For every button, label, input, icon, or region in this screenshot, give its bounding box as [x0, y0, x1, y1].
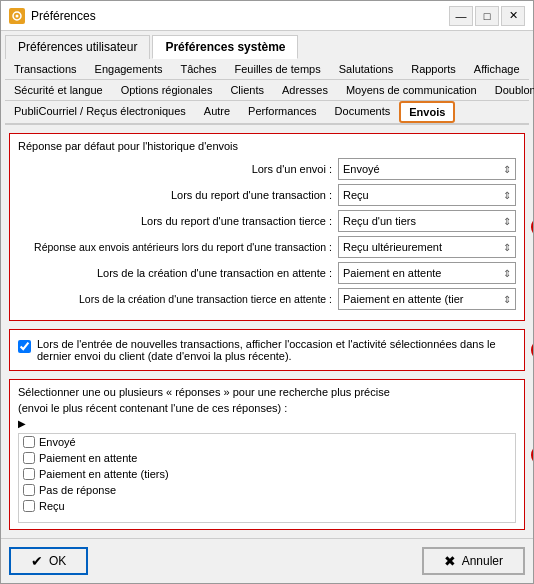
nav-tab-engagements[interactable]: Engagements	[86, 59, 172, 79]
nav-tab-documents[interactable]: Documents	[326, 101, 400, 123]
form-select-3[interactable]: Reçu ultérieurement ⇕	[338, 236, 516, 258]
section-b-wrapper: Lors de l'entrée de nouvelles transactio…	[9, 329, 525, 371]
form-label-2: Lors du report d'une transaction tierce …	[18, 215, 338, 227]
marker-c: C	[531, 444, 533, 466]
main-window: Préférences — □ ✕ Préférences utilisateu…	[0, 0, 534, 584]
list-item-label-1: Paiement en attente	[39, 452, 137, 464]
nav-tab-envois[interactable]: Envois	[399, 101, 455, 123]
nav-tab-rapports[interactable]: Rapports	[402, 59, 465, 79]
list-item-1[interactable]: Paiement en attente	[19, 450, 515, 466]
nav-tab-clients[interactable]: Clients	[221, 80, 273, 100]
form-row-4: Lors de la création d'une transaction en…	[18, 262, 516, 284]
title-controls: — □ ✕	[449, 6, 525, 26]
footer: ✔ OK ✖ Annuler	[1, 538, 533, 583]
section-b-checkbox[interactable]	[18, 340, 31, 353]
nav-tab-taches[interactable]: Tâches	[171, 59, 225, 79]
dropdown-arrow-0: ⇕	[503, 164, 511, 175]
cancel-button[interactable]: ✖ Annuler	[422, 547, 525, 575]
maximize-button[interactable]: □	[475, 6, 499, 26]
svg-point-1	[16, 14, 19, 17]
form-select-2[interactable]: Reçu d'un tiers ⇕	[338, 210, 516, 232]
nav-tab-feuilles[interactable]: Feuilles de temps	[226, 59, 330, 79]
form-label-3: Réponse aux envois antérieurs lors du re…	[18, 241, 338, 253]
nav-row-3: PubliCourriel / Reçus électroniques Autr…	[5, 101, 529, 125]
list-item-label-2: Paiement en attente (tiers)	[39, 468, 169, 480]
section-c-title-2: (envoi le plus récent contenant l'une de…	[18, 402, 516, 414]
section-a-wrapper: Réponse par défaut pour l'historique d'e…	[9, 133, 525, 321]
dropdown-arrow-3: ⇕	[503, 242, 511, 253]
nav-tab-affichage[interactable]: Affichage	[465, 59, 529, 79]
checkbox-3[interactable]	[23, 484, 35, 496]
nav-tab-adresses[interactable]: Adresses	[273, 80, 337, 100]
nav-tab-moyens[interactable]: Moyens de communication	[337, 80, 486, 100]
form-select-4[interactable]: Paiement en attente ⇕	[338, 262, 516, 284]
checkbox-1[interactable]	[23, 452, 35, 464]
nav-row-1: Transactions Engagements Tâches Feuilles…	[5, 59, 529, 80]
list-item-3[interactable]: Pas de réponse	[19, 482, 515, 498]
form-row-5: Lors de la création d'une transaction ti…	[18, 288, 516, 310]
nav-tabs-container: Transactions Engagements Tâches Feuilles…	[1, 59, 533, 125]
checkbox-0[interactable]	[23, 436, 35, 448]
section-c-box: Sélectionner une ou plusieurs « réponses…	[9, 379, 525, 530]
section-c-title-1: Sélectionner une ou plusieurs « réponses…	[18, 386, 516, 398]
nav-row-2: Sécurité et langue Options régionales Cl…	[5, 80, 529, 101]
ok-icon: ✔	[31, 553, 43, 569]
section-a-title: Réponse par défaut pour l'historique d'e…	[18, 140, 516, 152]
dropdown-arrow-5: ⇕	[503, 294, 511, 305]
section-b-box: Lors de l'entrée de nouvelles transactio…	[9, 329, 525, 371]
form-row-3: Réponse aux envois antérieurs lors du re…	[18, 236, 516, 258]
nav-tab-performances[interactable]: Performances	[239, 101, 325, 123]
dropdown-arrow-2: ⇕	[503, 216, 511, 227]
list-item-label-3: Pas de réponse	[39, 484, 116, 496]
tab-user-prefs[interactable]: Préférences utilisateur	[5, 35, 150, 59]
marker-a: A	[531, 216, 533, 238]
expand-arrow-icon[interactable]: ▶	[18, 418, 516, 429]
list-item-0[interactable]: Envoyé	[19, 434, 515, 450]
form-row-2: Lors du report d'une transaction tierce …	[18, 210, 516, 232]
nav-tab-options[interactable]: Options régionales	[112, 80, 222, 100]
minimize-button[interactable]: —	[449, 6, 473, 26]
dropdown-arrow-1: ⇕	[503, 190, 511, 201]
form-select-0[interactable]: Envoyé ⇕	[338, 158, 516, 180]
dropdown-arrow-4: ⇕	[503, 268, 511, 279]
ok-label: OK	[49, 554, 66, 568]
cancel-label: Annuler	[462, 554, 503, 568]
list-item-2[interactable]: Paiement en attente (tiers)	[19, 466, 515, 482]
form-label-1: Lors du report d'une transaction :	[18, 189, 338, 201]
form-label-5: Lors de la création d'une transaction ti…	[18, 293, 338, 305]
nav-tab-transactions[interactable]: Transactions	[5, 59, 86, 79]
nav-tab-salutations[interactable]: Salutations	[330, 59, 402, 79]
window-title: Préférences	[31, 9, 96, 23]
nav-tab-doublons[interactable]: Doublons	[486, 80, 534, 100]
nav-tab-autre[interactable]: Autre	[195, 101, 239, 123]
form-select-1[interactable]: Reçu ⇕	[338, 184, 516, 206]
content-area: Réponse par défaut pour l'historique d'e…	[1, 125, 533, 538]
checkbox-2[interactable]	[23, 468, 35, 480]
app-icon	[9, 8, 25, 24]
section-b-text: Lors de l'entrée de nouvelles transactio…	[37, 338, 516, 362]
cancel-icon: ✖	[444, 553, 456, 569]
ok-button[interactable]: ✔ OK	[9, 547, 88, 575]
nav-tab-publimail[interactable]: PubliCourriel / Reçus électroniques	[5, 101, 195, 123]
section-a-box: Réponse par défaut pour l'historique d'e…	[9, 133, 525, 321]
list-item-4[interactable]: Reçu	[19, 498, 515, 514]
top-tab-bar: Préférences utilisateur Préférences syst…	[1, 31, 533, 59]
title-bar-left: Préférences	[9, 8, 96, 24]
form-label-0: Lors d'un envoi :	[18, 163, 338, 175]
list-item-label-4: Reçu	[39, 500, 65, 512]
title-bar: Préférences — □ ✕	[1, 1, 533, 31]
tab-system-prefs[interactable]: Préférences système	[152, 35, 298, 59]
form-row-0: Lors d'un envoi : Envoyé ⇕	[18, 158, 516, 180]
section-c-wrapper: Sélectionner une ou plusieurs « réponses…	[9, 379, 525, 530]
form-select-5[interactable]: Paiement en attente (tier ⇕	[338, 288, 516, 310]
marker-b: B	[531, 339, 533, 361]
multi-select-list: Envoyé Paiement en attente Paiement en a…	[18, 433, 516, 523]
list-item-label-0: Envoyé	[39, 436, 76, 448]
form-label-4: Lors de la création d'une transaction en…	[18, 267, 338, 279]
close-button[interactable]: ✕	[501, 6, 525, 26]
form-row-1: Lors du report d'une transaction : Reçu …	[18, 184, 516, 206]
checkbox-4[interactable]	[23, 500, 35, 512]
nav-tab-securite[interactable]: Sécurité et langue	[5, 80, 112, 100]
